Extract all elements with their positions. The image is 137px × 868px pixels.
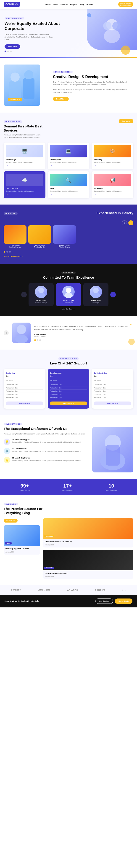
hero-illustration (98, 13, 126, 45)
pricing-subscribe-button-2[interactable]: Subscribe Now (50, 402, 87, 405)
pricing-feature-2-5: Feature Item One (50, 396, 87, 399)
portfolio-label-3: Golden Lamps Printing Service (53, 245, 76, 248)
pricing-feature-1-2: Feature Item One (6, 386, 43, 390)
blog-body-2: Grow Your Business & Start Up January 20… (43, 539, 133, 547)
hero-dot-3[interactable] (10, 51, 12, 52)
feature-icon-2: ⚙️ (4, 448, 10, 454)
svg-rect-6 (23, 78, 34, 99)
blog-tag-1: TEAM (5, 542, 12, 545)
pricing-period-2: Per Month (50, 380, 87, 381)
pricing-subscribe-button-1[interactable]: Subscribe Now (6, 402, 43, 405)
cta-text: Have An Idea Or Project? Let's Talk (5, 600, 39, 602)
service-card-cloud: ☁️ Cloud Service There Are Many Variatio… (4, 172, 45, 198)
svg-point-3 (112, 22, 121, 30)
craftsmen-heading: The Exceptional Craftsmen Of Work Us (4, 427, 89, 431)
service-branding-image: 🎨 (94, 145, 131, 157)
cta-get-started-button[interactable]: Get Started (96, 598, 113, 604)
about-text: EASY BUSINESS Creative Design & Developm… (53, 69, 133, 101)
portfolio-dot-3[interactable] (9, 251, 11, 253)
service-branding-arrow[interactable]: → (94, 164, 131, 167)
service-cloud-arrow[interactable]: → (6, 193, 43, 196)
service-seo-title: SEO (50, 187, 87, 189)
service-development-arrow[interactable]: → (50, 164, 87, 167)
feature-text-1: 01. Build Prototypes There Are Many Vari… (12, 439, 81, 444)
craftsmen-section: OUR SERVICES The Exceptional Craftsmen O… (0, 415, 137, 479)
portfolio-label-1: Golden Lamps Printing Service (4, 245, 27, 248)
stat-happy-clients-number: 99+ (20, 483, 30, 489)
service-development-image: 💻 (50, 145, 87, 157)
testimonial-dot-3[interactable] (39, 339, 41, 341)
svg-point-13 (92, 292, 100, 298)
pricing-section: OUR FEE & PLAN Live Chat 24/7 Support De… (0, 349, 137, 415)
service-marketing-desc: There Are Many Variation of Passages. (94, 190, 131, 192)
service-branding-title: Branding (94, 159, 131, 161)
portfolio-nav (4, 251, 133, 253)
svg-point-15 (15, 335, 28, 343)
services-header-text: OUR SERVICES Demand First-Rate Best Serv… (4, 119, 45, 139)
hero-dot-2[interactable] (7, 51, 9, 52)
portfolio-item-2[interactable]: Golden Lamps Printing Service (28, 225, 51, 248)
services-description: There Are Many Variation of Passages Of … (4, 134, 45, 139)
nav-blog[interactable]: Blog (80, 3, 84, 5)
portfolio-images: Golden Lamps Printing Service Golden Lam… (4, 225, 133, 248)
portfolio-item-3[interactable]: Golden Lamps Printing Service (53, 225, 76, 248)
testimonial-author: Albert William (34, 333, 133, 335)
blog-body-1: Working Together As Team January 2024 (4, 546, 40, 554)
blog-show-more-button[interactable]: Show More (4, 519, 18, 523)
portfolio-prev-button[interactable]: ‹ (122, 220, 127, 225)
nav-contact[interactable]: Contact (86, 3, 93, 5)
about-follow-badge[interactable]: Follow Us → (8, 98, 22, 101)
service-web-design-arrow[interactable]: → (6, 164, 43, 167)
feature-icon-1: 💡 (4, 439, 10, 445)
hero-cta-button[interactable]: Read More (5, 44, 20, 49)
portfolio-label-2: Golden Lamps Printing Service (28, 245, 51, 248)
blog-card-1: TEAM Working Together As Team January 20… (4, 525, 40, 554)
blog-card-2: BUSINESS Grow Your Business & Start Up J… (43, 518, 133, 547)
svg-point-1 (104, 29, 120, 43)
about-read-more-button[interactable]: Read More (53, 97, 69, 101)
view-all-link[interactable]: View Our Team → (4, 308, 133, 310)
portfolio-dot-1[interactable] (4, 251, 5, 253)
nav-projects[interactable]: Projects (70, 3, 77, 5)
testimonial-text: When It Comes To Developing, There Are T… (34, 325, 133, 341)
svg-point-11 (64, 292, 73, 298)
blog-body-3: Creative Design Solutions January 2024 (43, 570, 133, 579)
blog-image-2: BUSINESS (43, 518, 133, 539)
cta-buttons: Get Started Get a Quote (96, 598, 132, 604)
stat-years-experience: 10 Years Expirience (105, 483, 117, 491)
service-branding-desc: There Are Many Variation of Passages. (94, 161, 131, 163)
service-marketing-arrow[interactable]: → (94, 193, 131, 196)
pricing-plan-name-1: Designing (6, 372, 43, 374)
pricing-price-2: $17 (50, 375, 87, 380)
testimonial-prev-button[interactable]: ‹ (4, 330, 9, 335)
team-next-button[interactable]: › (110, 292, 116, 298)
hero-dots (5, 51, 132, 52)
svg-point-7 (24, 70, 33, 80)
nav-about[interactable]: About (53, 3, 58, 5)
service-card-development: 💻 Development There Are Many Variation o… (48, 143, 90, 169)
portfolio-badge: OUR PLAN (4, 212, 18, 215)
portfolio-right: Experienced In Gallery ‹ › (94, 211, 133, 225)
phone-label: Call Us Today (120, 3, 131, 4)
accent-circle-yellow (128, 339, 135, 345)
blog-image-3: CREATIVE (43, 550, 133, 570)
nav-services[interactable]: Services (60, 3, 68, 5)
portfolio-next-button[interactable]: › (128, 220, 133, 225)
cta-get-quote-button[interactable]: Get a Quote (115, 598, 132, 604)
craftsmen-description: There Are Many Variation of Passages Of … (4, 433, 89, 435)
hero-dot-1[interactable] (5, 51, 6, 52)
services-see-more-button[interactable]: See More (119, 119, 133, 123)
see-portfolio-link[interactable]: SEE ALL PORTFOLIO → (4, 255, 133, 257)
testimonial-dot-2[interactable] (37, 339, 38, 341)
testimonial-dot-1[interactable] (34, 339, 36, 341)
team-avatar-3 (90, 286, 102, 298)
portfolio-dot-2[interactable] (6, 251, 8, 253)
service-seo-arrow[interactable]: → (50, 193, 87, 196)
pricing-subscribe-button-3[interactable]: Subscribe Now (94, 402, 131, 405)
team-prev-button[interactable]: ‹ (21, 292, 27, 298)
team-avatar-2 (62, 286, 75, 298)
nav-home[interactable]: Home (45, 3, 50, 5)
blog-title-2: Grow Your Business & Start Up (45, 540, 132, 543)
portfolio-item-1[interactable]: Golden Lamps Printing Service (4, 225, 27, 248)
feature-icon-3: ⭐ (4, 457, 10, 463)
